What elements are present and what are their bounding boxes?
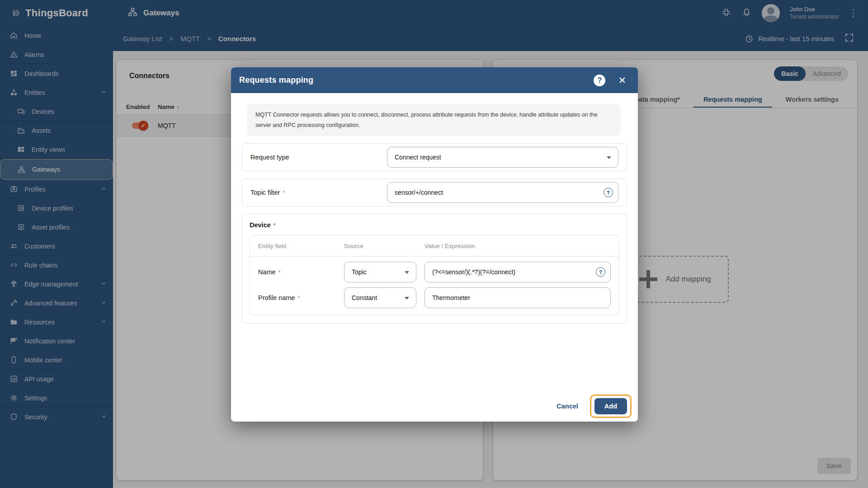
device-table: Entity field Source Value / Expression N…: [250, 235, 619, 315]
dialog-title: Requests mapping: [239, 75, 594, 85]
required-marker: *: [274, 222, 276, 229]
topic-filter-input[interactable]: [387, 182, 618, 203]
field-help-icon[interactable]: ?: [596, 267, 605, 277]
request-type-select[interactable]: Connect request: [387, 147, 618, 168]
topic-filter-row: Topic filter * ?: [242, 178, 627, 206]
request-type-label: Request type: [250, 154, 387, 161]
profile-value-input[interactable]: [425, 287, 611, 308]
device-section-title: Device *: [250, 221, 619, 229]
device-table-header: Entity field Source Value / Expression: [250, 235, 619, 257]
dropdown-caret-icon: [405, 297, 409, 300]
field-help-icon[interactable]: ?: [604, 188, 613, 197]
dialog-header: Requests mapping ? ✕: [231, 67, 638, 93]
close-icon[interactable]: ✕: [618, 75, 626, 85]
required-marker: *: [283, 190, 285, 196]
profile-name-field-label: Profile name *: [258, 294, 344, 301]
help-icon[interactable]: ?: [594, 75, 605, 86]
column-entity-field: Entity field: [258, 243, 344, 249]
required-marker: *: [297, 295, 300, 301]
device-section: Device * Entity field Source Value / Exp…: [242, 214, 627, 324]
profile-name-row: Profile name * Constant: [250, 287, 619, 308]
column-value-expression: Value / Expression: [425, 243, 611, 249]
dropdown-caret-icon: [405, 271, 409, 274]
name-field-label: Name *: [258, 268, 344, 276]
topic-filter-label: Topic filter *: [250, 189, 387, 196]
highlight-ring: Add: [590, 394, 632, 418]
add-button[interactable]: Add: [594, 398, 627, 414]
required-marker: *: [278, 269, 281, 276]
dropdown-caret-icon: [607, 156, 611, 159]
dialog-footer: Cancel Add: [557, 394, 632, 418]
request-type-row: Request type Connect request: [242, 143, 627, 171]
app-root: ThingsBoard Home Alarms Dashboards Entit…: [0, 0, 868, 488]
name-expression-input[interactable]: [425, 262, 611, 282]
cancel-button[interactable]: Cancel: [557, 403, 578, 410]
column-source: Source: [344, 243, 425, 249]
device-name-row: Name * Topic ?: [250, 262, 619, 282]
requests-mapping-dialog: Requests mapping ? ✕ MQTT Connector requ…: [231, 67, 638, 422]
dialog-description: MQTT Connector requests allows you to co…: [247, 104, 621, 136]
